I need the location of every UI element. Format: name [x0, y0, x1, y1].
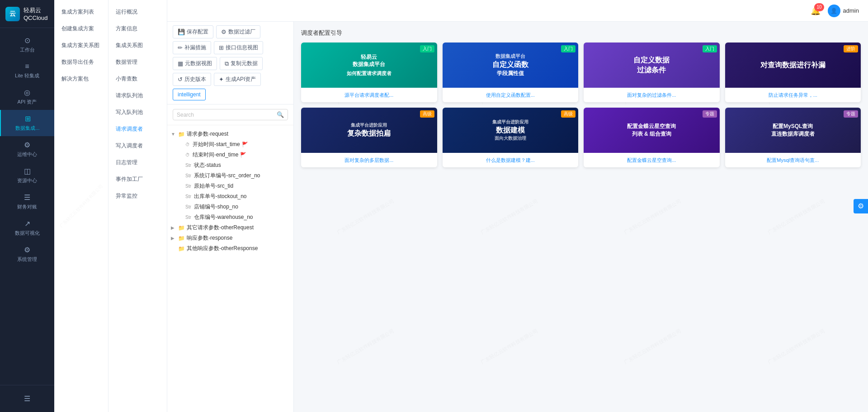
node-other-req-label: 其它请求参数-otherRequest: [187, 224, 254, 232]
nav-resource[interactable]: ◫ 资源中心: [0, 162, 54, 189]
third-nav-run-overview[interactable]: 运行概况: [108, 4, 167, 20]
generate-api-btn[interactable]: ✦ 生成API资产: [214, 73, 261, 86]
card7-line1: 配置金蝶云星空查询: [627, 123, 676, 130]
card7-text: 配置金蝶云星空查询 列表 & 组合查询: [627, 123, 676, 138]
nav-workbench[interactable]: ⊙ 工作台: [0, 32, 54, 58]
card1-line1: 轻易云: [347, 53, 392, 61]
tree-node-src-tid[interactable]: Str 原始单号-src_tid: [167, 181, 293, 191]
tree-node-warehouse[interactable]: Str 仓库编号-warehouse_no: [167, 212, 293, 223]
guide-card-1[interactable]: 入门 轻易云 数据集成平台 如何配置请求调度者 源平台请求调度者配...: [301, 43, 437, 102]
history-icon: ↺: [178, 76, 183, 83]
type-start-time: ⏱: [185, 142, 190, 147]
tree-node-shop[interactable]: Str 店铺编号-shop_no: [167, 202, 293, 212]
supplement-btn[interactable]: ✏ 补漏措施: [173, 41, 211, 54]
guide-card-4-caption: 防止请求任务异常，...: [725, 88, 861, 102]
settings-fab[interactable]: ⚙: [854, 199, 868, 213]
arrow-other-req: ▶: [171, 225, 176, 230]
second-nav-solution-pkg[interactable]: 解决方案包: [54, 71, 108, 87]
tree-node-status[interactable]: Str 状态-status: [167, 160, 293, 170]
third-nav-write-queue[interactable]: 写入队列池: [108, 104, 167, 121]
card3-text: 自定义数据 过滤条件: [633, 55, 670, 76]
third-nav-integration-graph[interactable]: 集成关系图: [108, 37, 167, 54]
badge-advanced-6: 高级: [561, 110, 576, 118]
second-nav-create[interactable]: 创建集成方案: [54, 20, 108, 37]
logo-text-wrap: 轻易云 QCCloud: [24, 6, 47, 21]
workbench-icon: ⊙: [24, 36, 30, 45]
guide-card-7[interactable]: 专题 配置金蝶云星空查询 列表 & 组合查询 配置金蝶云星空查询...: [584, 108, 720, 167]
tree-node-end-time[interactable]: ⏱ 结束时间-end_time 🚩: [167, 150, 293, 160]
save-icon: 💾: [178, 28, 185, 35]
third-nav-log-mgmt[interactable]: 日志管理: [108, 154, 167, 171]
second-nav-integration-list[interactable]: 集成方案列表: [54, 4, 108, 20]
second-nav-graph[interactable]: 集成方案关系图: [54, 37, 108, 54]
user-info[interactable]: 👤 admin: [828, 5, 859, 17]
nav-ops-center[interactable]: ⚙ 运维中心: [0, 136, 54, 162]
notification-count: 10: [814, 3, 824, 11]
second-nav-export[interactable]: 数据导出任务: [54, 54, 108, 71]
third-nav-data-mgmt[interactable]: 数据管理: [108, 54, 167, 71]
third-nav-request-queue[interactable]: 请求队列池: [108, 87, 167, 104]
nav-lite[interactable]: ≡ Lite 轻集成: [0, 58, 54, 84]
search-input[interactable]: [177, 112, 274, 118]
guide-card-5[interactable]: 高级 集成平台进阶应用 复杂数据拍扁 面对复杂的多层数据...: [301, 108, 437, 167]
user-name: admin: [843, 7, 859, 14]
guide-card-1-img: 入门 轻易云 数据集成平台 如何配置请求调度者: [301, 43, 437, 88]
arrow-req-params: ▼: [171, 132, 176, 137]
finance-icon: ☰: [24, 193, 30, 202]
third-nav-event-factory[interactable]: 事件加工厂: [108, 171, 167, 188]
guide-card-8[interactable]: 专题 配置MySQL查询 直连数据库调度者 配置Mysql查询语句直...: [725, 108, 861, 167]
third-nav-request-orchestrator[interactable]: 请求调度者: [108, 121, 167, 137]
type-status: Str: [185, 163, 191, 168]
sidebar-menu-toggle[interactable]: ☰: [0, 391, 54, 407]
card2-line2: 自定义函数: [492, 60, 528, 70]
copy-icon: ⧉: [225, 60, 229, 67]
tree-content: ▼ 📁 请求参数-request ⏱ 开始时间-start_time 🚩 ⏱ 结…: [167, 125, 293, 412]
nav-data-viz[interactable]: ↗ 数据可视化: [0, 215, 54, 241]
intelligent-btn[interactable]: intelligent: [173, 89, 206, 100]
tree-node-other-req[interactable]: ▶ 📁 其它请求参数-otherRequest: [167, 223, 293, 233]
tree-node-other-response[interactable]: 📁 其他响应参数-otherResponse: [167, 243, 293, 254]
tree-node-response[interactable]: ▶ 📁 响应参数-response: [167, 233, 293, 243]
api-icon: ◎: [24, 88, 30, 97]
third-nav-small-check[interactable]: 小青查数: [108, 71, 167, 87]
tree-node-start-time[interactable]: ⏱ 开始时间-start_time 🚩: [167, 139, 293, 150]
folder-icon-req: 📁: [178, 131, 185, 137]
node-req-params-label: 请求参数-request: [187, 130, 228, 138]
guide-card-3[interactable]: 入门 自定义数据 过滤条件 面对复杂的过滤条件...: [584, 43, 720, 102]
guide-card-2[interactable]: 入门 数据集成平台 自定义函数 学段属性值 使用自定义函数配置...: [443, 43, 579, 102]
tree-node-src-order[interactable]: Str 系统订单编号-src_order_no: [167, 170, 293, 181]
badge-special-7: 专题: [703, 110, 717, 118]
nav-api[interactable]: ◎ API 资产: [0, 84, 54, 110]
tree-node-req-params[interactable]: ▼ 📁 请求参数-request: [167, 129, 293, 139]
card5-text: 集成平台进阶应用 复杂数据拍扁: [347, 122, 391, 138]
save-config-btn[interactable]: 💾 保存配置: [173, 25, 213, 38]
third-nav-solution-info[interactable]: 方案信息: [108, 20, 167, 37]
metadata-view-btn[interactable]: ▦ 元数据视图: [173, 57, 217, 70]
node-warehouse-label: 仓库编号-warehouse_no: [194, 213, 253, 221]
copy-metadata-btn[interactable]: ⧉ 复制元数据: [220, 57, 263, 70]
nav-finance[interactable]: ☰ 财务对账: [0, 189, 54, 215]
tree-node-stockout[interactable]: Str 出库单号-stockout_no: [167, 191, 293, 202]
nav-data-integration[interactable]: ⊞ 数据集成...: [0, 110, 54, 136]
card5-line2: 复杂数据拍扁: [347, 128, 391, 138]
guide-card-4[interactable]: 进阶 对查询数据进行补漏 防止请求任务异常，...: [725, 43, 861, 102]
data-filter-btn[interactable]: ⚙ 数据过滤厂: [216, 25, 260, 38]
third-nav-exception-monitor[interactable]: 异常监控: [108, 188, 167, 204]
nav-system-mgmt[interactable]: ⚙ 系统管理: [0, 241, 54, 267]
arrow-response: ▶: [171, 236, 176, 241]
app-logo[interactable]: 云 轻易云 QCCloud: [0, 0, 54, 28]
filter-icon: ⚙: [221, 28, 226, 35]
guide-grid-row2: 高级 集成平台进阶应用 复杂数据拍扁 面对复杂的多层数据... 高级: [301, 108, 861, 167]
badge-advanced-4: 进阶: [844, 45, 858, 52]
flag-start-time: 🚩: [242, 142, 248, 147]
card6-line3: 面向大数据治理: [492, 135, 528, 142]
type-warehouse: Str: [185, 215, 191, 220]
interface-view-btn[interactable]: ⊞ 接口信息视图: [214, 41, 263, 54]
history-btn[interactable]: ↺ 历史版本: [173, 73, 211, 86]
type-src-order: Str: [185, 173, 191, 178]
third-nav-write-orchestrator[interactable]: 写入调度者: [108, 137, 167, 154]
data-viz-icon: ↗: [24, 219, 30, 228]
guide-card-6[interactable]: 高级 集成平台进阶应用 数据建模 面向大数据治理 什么是数据建模？建...: [443, 108, 579, 167]
notification-bell[interactable]: 🔔 10: [811, 6, 821, 16]
api-gen-icon: ✦: [219, 76, 224, 83]
